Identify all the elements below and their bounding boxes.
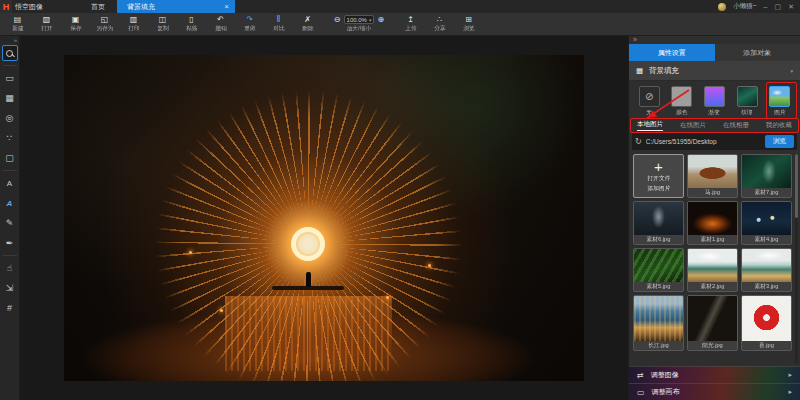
rectangle-icon: ▢	[5, 153, 14, 163]
thumbnail-tile[interactable]: 素材2.jpg	[687, 248, 738, 292]
wordart-icon: A	[7, 199, 13, 208]
copy-button[interactable]: ◫ 复制	[149, 15, 176, 33]
save-button[interactable]: ▣ 保存	[62, 15, 89, 33]
fill-option-none[interactable]: ⊘ 无	[634, 86, 664, 117]
print-button[interactable]: ▥ 打印	[120, 15, 147, 33]
thumbnail-tile[interactable]: 素材4.jpg	[741, 201, 792, 245]
fill-option-label: 渐变	[709, 108, 720, 117]
delete-label: 删除	[302, 24, 313, 33]
thumbnail-tile[interactable]: 素材3.jpg	[741, 248, 792, 292]
tool-circle-select[interactable]: ◎	[2, 110, 18, 126]
paste-icon: ▯	[189, 15, 193, 24]
expand-rail-icon[interactable]: »	[14, 37, 19, 43]
person-silhouette	[306, 272, 311, 287]
tool-crop[interactable]: #	[2, 300, 18, 316]
save-as-button[interactable]: ◱ 另存为	[91, 15, 118, 33]
thumbnail-tile[interactable]: 马.jpg	[687, 154, 738, 198]
thumbnail-tile[interactable]: 素材1.jpg	[687, 201, 738, 245]
section-label: 调整画布	[652, 387, 782, 397]
fill-option-color[interactable]: 颜色	[667, 86, 697, 117]
tool-wordart[interactable]: A	[2, 195, 18, 211]
canvas-photo[interactable]	[64, 55, 584, 381]
canvas-area[interactable]	[20, 36, 628, 400]
zoom-control-group: ⊖ 100.0% ▾ ⊕ 放大/缩小	[323, 15, 395, 33]
browse-grid-icon: ⊞	[465, 15, 472, 24]
refresh-icon[interactable]: ↻	[635, 137, 642, 146]
tool-hand[interactable]: ☝	[2, 260, 18, 276]
maximize-button[interactable]: ▢	[775, 0, 782, 13]
tool-image[interactable]: ▦	[2, 90, 18, 106]
app-logo-icon: H	[0, 0, 12, 13]
tool-marquee-select[interactable]: ▭	[2, 70, 18, 86]
delete-button[interactable]: ✗ 删除	[294, 15, 321, 33]
section-title: 背景填充	[649, 66, 679, 76]
thumbnail-tile[interactable]: 长江.jpg	[633, 295, 684, 351]
browse-folder-button[interactable]: 浏览	[765, 135, 794, 148]
share-icon: ∴	[437, 15, 442, 24]
close-button[interactable]: ✕	[788, 0, 794, 13]
tab-background-fill[interactable]: 背景填充 ×	[117, 0, 235, 13]
section-adjust-image[interactable]: ⇄ 调整图像 ▸	[629, 366, 800, 383]
open-button[interactable]: ▧ 打开	[33, 15, 60, 33]
section-adjust-canvas[interactable]: ▭ 调整画布 ▸	[629, 383, 800, 400]
thumbnail-name: 喜.jpg	[743, 341, 790, 350]
close-tab-icon[interactable]: ×	[224, 2, 229, 11]
fill-options-row: ⊘ 无 颜色 渐变 纹理 图片	[629, 81, 800, 119]
pen-icon: ✎	[6, 218, 14, 228]
thumbnail-tile[interactable]: 素材6.jpg	[633, 201, 684, 245]
thumbnail-tile[interactable]: 素材7.jpg	[741, 154, 792, 198]
water-reflection	[225, 296, 391, 371]
zoom-out-icon[interactable]: ⊖	[334, 15, 341, 24]
upload-button[interactable]: ↥ 上传	[397, 15, 424, 33]
open-label: 打开	[41, 24, 52, 33]
scrollbar-thumb[interactable]	[795, 154, 798, 218]
thumbnail-tile[interactable]: 素材5.jpg	[633, 248, 684, 292]
zoom-in-icon[interactable]: ⊕	[377, 15, 384, 24]
tab-local-images[interactable]: 本地图片	[637, 120, 663, 131]
chevron-right-icon: ▸	[788, 388, 792, 396]
collapse-panel-icon[interactable]: »	[629, 36, 800, 44]
undo-button[interactable]: ↶ 撤销	[207, 15, 234, 33]
image-icon: ▦	[5, 93, 14, 103]
compare-button[interactable]: Ⅱ 对比	[265, 15, 292, 33]
tool-text[interactable]: A	[2, 175, 18, 191]
tool-shape[interactable]: ▢	[2, 150, 18, 166]
save-as-icon: ◱	[101, 15, 109, 24]
minimize-button[interactable]: –	[764, 0, 768, 13]
new-button[interactable]: ▤ 新建	[4, 15, 31, 33]
tool-zoom[interactable]	[2, 45, 18, 61]
folder-path[interactable]: C:/Users/51955/Desktop	[646, 138, 761, 145]
tool-brush[interactable]: ✒	[2, 235, 18, 251]
tab-properties[interactable]: 属性设置	[629, 44, 715, 61]
tab-online-album[interactable]: 在线相册	[723, 121, 749, 130]
tool-resize[interactable]: ⇲	[2, 280, 18, 296]
tool-nodes[interactable]: ∵	[2, 130, 18, 146]
tab-my-favorites[interactable]: 我的收藏	[766, 121, 792, 130]
tab-add-object[interactable]: 添加对象	[715, 44, 800, 61]
user-name[interactable]: 小懒猫~	[733, 2, 756, 11]
panel-bottom-sections: ⇄ 调整图像 ▸ ▭ 调整画布 ▸	[629, 366, 800, 400]
tool-pen[interactable]: ✎	[2, 215, 18, 231]
tab-home[interactable]: 首页	[79, 0, 117, 13]
thumbnail-tile[interactable]: 阳光.jpg	[687, 295, 738, 351]
user-avatar[interactable]	[718, 3, 726, 11]
tab-background-fill-label: 背景填充	[127, 2, 155, 12]
thumbnail-tile[interactable]: 喜.jpg	[741, 295, 792, 351]
fill-option-image[interactable]: 图片	[765, 86, 795, 117]
tab-online-images[interactable]: 在线图片	[680, 121, 706, 130]
scrollbar[interactable]	[795, 154, 798, 363]
zoom-level-select[interactable]: 100.0% ▾	[344, 15, 375, 24]
thumbnail-image	[742, 296, 791, 341]
chevron-down-icon: ▾	[369, 17, 372, 23]
open-folder-icon: ▧	[43, 15, 51, 24]
share-button[interactable]: ∴ 分享	[426, 15, 453, 33]
browse-button[interactable]: ⊞ 浏览	[455, 15, 482, 33]
add-image-tile[interactable]: + 打开文件 添加图片	[633, 154, 684, 198]
section-header-background-fill[interactable]: ▦ 背景填充 ▾	[629, 61, 800, 81]
paste-button[interactable]: ▯ 粘贴	[178, 15, 205, 33]
fill-option-gradient[interactable]: 渐变	[699, 86, 729, 117]
panel-tabs: 属性设置 添加对象	[629, 44, 800, 61]
fill-option-texture[interactable]: 纹理	[732, 86, 762, 117]
share-label: 分享	[434, 24, 445, 33]
redo-button[interactable]: ↷ 重做	[236, 15, 263, 33]
